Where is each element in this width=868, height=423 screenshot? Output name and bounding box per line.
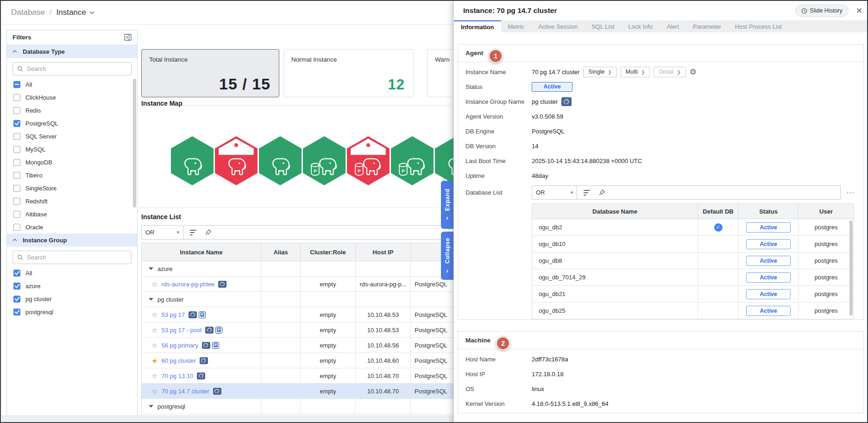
operator-select[interactable]: OR ▾ [141,225,183,240]
tab-active-session[interactable]: Active Session [531,20,585,32]
dbtype-item-oracle[interactable]: Oracle [7,221,137,234]
instance-row[interactable]: ☆53 pg 17 - poolPempty10.10.48.53Postgre… [141,322,494,338]
gear-icon[interactable]: ⚙ [690,68,697,76]
dbtype-item-sql-server[interactable]: SQL Server [7,130,137,143]
more-options-icon[interactable]: ⋯ [846,188,854,197]
checkbox-unchecked[interactable] [13,146,20,153]
instance-hex-alert[interactable]: P [347,136,390,185]
star-outline-icon[interactable]: ☆ [151,281,157,288]
tab-information[interactable]: Information [454,20,501,32]
pin-icon[interactable] [598,189,605,196]
instance-name-link[interactable]: 60 pg cluster [161,357,195,364]
filter-icon[interactable] [190,230,196,235]
checkbox-checked[interactable] [13,309,20,316]
star-filled-icon[interactable]: ★ [151,357,157,364]
status-active-button[interactable]: Active [746,306,791,316]
tab-host-process-list[interactable]: Host Process List [728,20,789,32]
total-instance-card[interactable]: Total Instance 15 / 15 [141,49,279,97]
tab-sql-list[interactable]: SQL List [585,20,621,32]
checkbox-unchecked[interactable] [13,211,20,218]
checkbox-unchecked[interactable] [13,133,20,140]
instance-row[interactable]: ☆rds-aurora-pg-phleeemptyrds-aurora-pg-p… [141,277,494,292]
instance-name-link[interactable]: 53 pg 17 - pool [161,327,201,334]
tab-alert[interactable]: Alert [660,20,686,32]
checkbox-unchecked[interactable] [13,172,20,179]
group-expand-icon[interactable] [149,267,153,270]
checkbox-checked[interactable] [13,283,20,290]
dbtype-item-singlestore[interactable]: SingleStore [7,182,137,195]
checkbox-checked[interactable] [13,120,20,127]
instance-hex-normal[interactable]: P [391,136,434,185]
dbtype-item-all[interactable]: All [7,78,137,91]
instance-row[interactable]: ★60 pg clusterempty10.10.48.60PostgreSQL [141,353,494,368]
database-row[interactable]: ogu_db10Activepostgres [532,236,854,253]
section-database-type[interactable]: Database Type [7,45,137,58]
tab-parameter[interactable]: Parameter [686,20,728,32]
instance-name-link[interactable]: rds-aurora-pg-phlee [161,281,214,288]
igroup-item-all[interactable]: All [7,266,137,279]
status-active-button[interactable]: Active [746,272,791,283]
breadcrumb-page-menu[interactable]: Instance [57,8,94,17]
igroup-item-postgresql[interactable]: postgresql [7,305,137,318]
status-active-button[interactable]: Active [746,256,791,266]
instance-name-link[interactable]: 53 pg 17 [161,311,185,318]
database-row[interactable]: ogu_db8Activepostgres [532,253,854,269]
igroup-item-azure[interactable]: azure [7,279,137,292]
dbtype-item-postgresql[interactable]: PostgreSQL [7,117,137,130]
expand-button[interactable]: Expand ‹ [441,181,453,229]
database-table-scrollbar[interactable] [849,221,853,316]
dbtype-item-clickhouse[interactable]: ClickHouse [7,91,137,104]
checkbox-indeterminate[interactable] [13,81,20,88]
checkbox-unchecked[interactable] [13,159,20,166]
checkbox-unchecked[interactable] [13,185,20,192]
close-icon[interactable]: ✕ [856,7,862,15]
filter-icon[interactable] [584,190,590,196]
database-row[interactable]: ogu_db1Activepostgres [532,319,854,320]
dbtype-item-mysql[interactable]: MySQL [7,143,137,156]
operator-select[interactable]: OR ▾ [532,185,577,200]
group-row[interactable]: postgresql [141,399,494,414]
star-outline-icon[interactable]: ☆ [151,311,157,318]
checkbox-unchecked[interactable] [13,198,20,205]
detail-button[interactable]: Detail❯ [654,67,686,77]
checkbox-checked[interactable] [13,296,20,303]
checkbox-checked[interactable] [13,270,20,277]
instance-hex-normal[interactable] [259,136,302,185]
group-row[interactable]: pg cluster [141,292,494,307]
slide-history-button[interactable]: Slide History [795,5,849,17]
instance-row[interactable]: ☆70 pg 14.7 clusterempty10.10.48.70Postg… [141,384,494,399]
status-active-button[interactable]: Active [746,289,791,299]
status-active-button[interactable]: Active [746,222,791,233]
database-row[interactable]: ogu_db_7014_29Activepostgres [532,269,854,286]
multi-button[interactable]: Multi❯ [621,67,650,77]
pin-icon[interactable] [205,229,212,236]
instance-group-search[interactable]: Search [13,251,132,264]
group-expand-icon[interactable] [149,298,153,301]
group-expand-icon[interactable] [149,405,153,408]
checkbox-unchecked[interactable] [13,107,20,114]
instance-row[interactable]: ☆56 pg primaryPempty10.10.48.56PostgreSQ… [141,338,494,353]
checkbox-unchecked[interactable] [13,94,20,101]
dbtype-item-tibero[interactable]: Tibero [7,169,137,182]
instance-name-link[interactable]: 70 pg 14.7 cluster [161,388,209,395]
igroup-item-pg-cluster[interactable]: pg cluster [7,292,137,305]
dbtype-item-mongodb[interactable]: MongoDB [7,156,137,169]
star-outline-icon[interactable]: ☆ [151,388,157,395]
dbtype-item-redis[interactable]: Redis [7,104,137,117]
star-outline-icon[interactable]: ☆ [151,342,157,349]
normal-instance-card[interactable]: Normal Instance 12 [283,49,414,97]
instance-hex-alert[interactable] [215,136,258,185]
star-outline-icon[interactable]: ☆ [151,327,157,334]
database-row[interactable]: ogu_db21Activepostgres [532,286,854,303]
tab-metric[interactable]: Metric [501,20,531,32]
instance-name-link[interactable]: 56 pg primary [161,342,198,349]
instance-hex-normal[interactable]: P [303,136,346,185]
section-instance-group[interactable]: Instance Group [7,234,137,246]
instance-row[interactable]: ☆53 pg 17Pempty10.10.48.53PostgreSQL [141,307,494,322]
collapse-sidebar-icon[interactable] [124,34,132,41]
database-type-search[interactable]: Search [13,62,132,76]
database-row[interactable]: ogu_db2✓Activepostgres [532,219,854,236]
instance-row[interactable]: ☆70 pg 13.10empty10.10.48.70PostgreSQL [141,368,494,384]
checkbox-unchecked[interactable] [13,224,20,231]
instance-name-link[interactable]: 70 pg 13.10 [161,372,193,379]
